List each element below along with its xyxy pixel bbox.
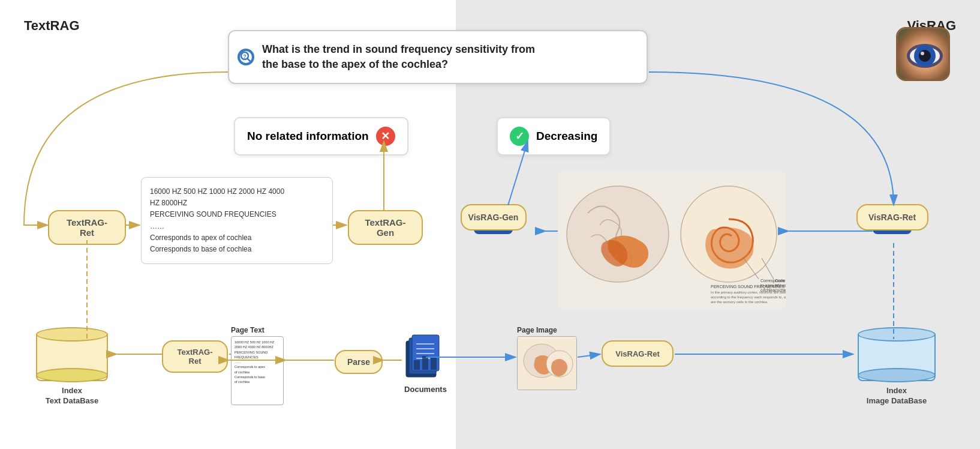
visrag-ret-bottom-label: VisRAG-Ret — [615, 349, 659, 358]
page-text-label: Page Text — [231, 326, 284, 334]
page-image-area: Page Image — [517, 326, 577, 390]
svg-text:Corresponds: Corresponds — [775, 279, 786, 283]
svg-text:to base of: to base of — [775, 283, 786, 288]
svg-text:?: ? — [243, 53, 246, 59]
brain-image-svg: PERCEIVING SOUND FREQUENCIES In the prim… — [558, 171, 786, 309]
question-text: What is the trend in sound frequency sen… — [262, 42, 635, 72]
svg-rect-48 — [431, 358, 437, 370]
textrag-ret-bottom-label: TextRAG-Ret — [174, 348, 216, 366]
image-db-cylinder — [855, 327, 939, 381]
svg-text:cochlea: cochlea — [775, 288, 786, 292]
page-image-label: Page Image — [517, 326, 577, 334]
text-line3: PERCEIVING SOUND FREQUENCIES — [150, 209, 324, 220]
visrag-eye-icon — [898, 29, 950, 81]
check-icon: ✓ — [510, 127, 529, 146]
text-line4: …… — [150, 221, 324, 232]
retrieved-text-box: 16000 HZ 500 HZ 1000 HZ 2000 HZ 4000 HZ … — [141, 177, 333, 264]
index-text-db-area: Index Text DataBase — [33, 327, 111, 406]
main-container: TextRAG VisRAG — [0, 0, 980, 449]
text-line1: 16000 HZ 500 HZ 1000 HZ 2000 HZ 4000 — [150, 186, 324, 197]
text-db-cylinder — [33, 327, 111, 381]
visrag-gen-label: VisRAG-Gen — [468, 212, 519, 222]
document-icon — [403, 329, 448, 380]
text-line5: Corresponds to apex of cochlea — [150, 232, 324, 244]
documents-area: Documents — [403, 329, 448, 394]
no-related-result-box: No related information ✕ — [234, 117, 408, 155]
visrag-ret-bottom-node: VisRAG-Ret — [602, 340, 674, 367]
svg-rect-46 — [414, 360, 420, 370]
svg-text:according to the frequency eac: according to the frequency each responds… — [711, 295, 786, 299]
visrag-ret-area: VisRAG-Ret — [873, 204, 912, 234]
svg-point-5 — [921, 52, 924, 55]
page-text-thumbnail: 16000 HZ 500 HZ 1000 HZ2000 HZ 4000 HZ 8… — [231, 336, 284, 405]
page-image-thumbnail — [517, 336, 577, 390]
parse-node: Parse — [335, 350, 383, 374]
index-image-db-label: Index Image DataBase — [855, 386, 939, 406]
textrag-ret-label: TextRAG-Ret — [60, 217, 114, 238]
textrag-ret-node: TextRAG-Ret — [48, 210, 126, 245]
parse-label: Parse — [347, 357, 370, 367]
visrag-ret-label: VisRAG-Ret — [868, 212, 916, 222]
x-icon: ✕ — [376, 127, 395, 146]
index-text-db-label: Index Text DataBase — [33, 386, 111, 406]
svg-point-25 — [567, 186, 669, 282]
decreasing-result-box: ✓ Decreasing — [497, 117, 611, 155]
svg-text:are the sensory cells in the c: are the sensory cells in the cochlea. — [711, 300, 768, 304]
index-image-db-area: Index Image DataBase — [855, 327, 939, 406]
no-related-text: No related information — [247, 130, 369, 143]
textrag-label: TextRAG — [24, 18, 80, 34]
svg-rect-47 — [422, 356, 428, 370]
textrag-gen-label: TextRAG-Gen — [360, 217, 411, 238]
documents-label: Documents — [403, 385, 448, 394]
question-box: ? What is the trend in sound frequency s… — [228, 30, 648, 84]
svg-text:cochlea: cochlea — [760, 288, 775, 292]
textrag-gen-node: TextRAG-Gen — [348, 210, 423, 245]
visrag-gen-area: VisRAG-Gen — [474, 204, 513, 234]
question-icon: ? — [236, 47, 255, 67]
svg-point-4 — [919, 50, 931, 62]
visrag-icon-box — [896, 27, 950, 81]
decreasing-text: Decreasing — [536, 130, 597, 143]
text-line6: Corresponds to base of cochlea — [150, 244, 324, 255]
page-text-area: Page Text 16000 HZ 500 HZ 1000 HZ2000 HZ… — [231, 326, 284, 405]
textrag-ret-bottom-node: TextRAG-Ret — [162, 340, 228, 373]
text-line2: HZ 8000HZ — [150, 197, 324, 209]
brain-cochlea-image: PERCEIVING SOUND FREQUENCIES In the prim… — [558, 171, 786, 309]
